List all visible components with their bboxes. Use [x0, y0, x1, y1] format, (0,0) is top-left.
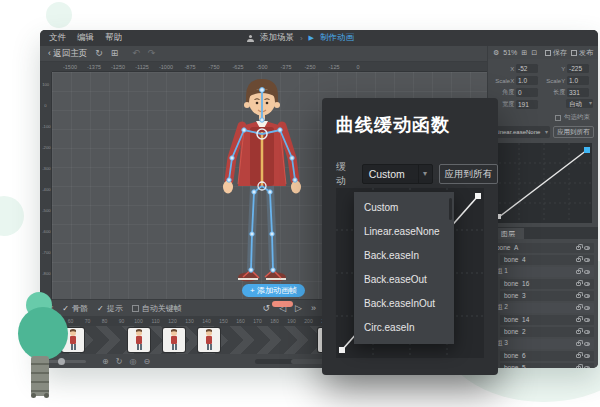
apply-all-button[interactable]: 应用到所有 — [553, 126, 594, 138]
eye-icon[interactable] — [584, 270, 590, 274]
lock-icon[interactable] — [576, 366, 581, 368]
frame-number: 160 — [234, 317, 246, 324]
undo-icon[interactable]: ↶ — [132, 49, 140, 58]
duplicate-icon[interactable]: ⊞ — [521, 49, 527, 57]
duplicate-icon[interactable]: ⊞ — [111, 49, 119, 58]
back-home-button[interactable]: ‹ 返回主页 — [48, 48, 87, 60]
lock-icon[interactable] — [576, 246, 581, 250]
eye-icon[interactable] — [584, 246, 590, 250]
lock-icon[interactable] — [576, 258, 581, 262]
easing-option[interactable]: Back.easeIn — [354, 244, 454, 268]
easing-option[interactable]: Custom — [354, 196, 454, 220]
add-scene-button[interactable]: 添加场景 — [260, 32, 294, 44]
easing-select-row: 缓动 Custom ▾ 应用到所有 — [336, 160, 498, 188]
publish-button[interactable]: 发布 — [571, 48, 593, 58]
ruler-label: -1250 — [109, 63, 128, 70]
replay-icon[interactable]: ↺ — [263, 304, 271, 313]
eye-icon[interactable] — [584, 306, 590, 310]
layer-row[interactable]: bone_14 — [500, 315, 594, 326]
timeline-scroll-thumb[interactable] — [272, 301, 293, 307]
frame-number: 80 — [98, 317, 110, 324]
layer-row[interactable]: 组 2 — [492, 303, 594, 314]
layer-row[interactable]: bone_2 — [500, 327, 594, 338]
character-rig[interactable] — [202, 74, 322, 296]
field-input[interactable]: 191 — [516, 100, 538, 109]
eye-icon[interactable] — [584, 330, 590, 334]
add-frame-button[interactable]: + 添加动画帧 — [242, 284, 305, 297]
make-animation-button[interactable]: 制作动画 — [320, 32, 354, 44]
keyframe-thumb[interactable] — [163, 328, 185, 352]
lock-icon[interactable] — [576, 282, 581, 286]
layer-row[interactable]: bone_A — [492, 243, 594, 254]
add-icon[interactable]: ⊕ — [102, 358, 109, 366]
field-label: X — [494, 65, 516, 71]
eye-icon[interactable] — [584, 318, 590, 322]
lock-icon[interactable] — [576, 306, 581, 310]
menu-item[interactable]: 帮助 — [105, 32, 122, 44]
field-input[interactable]: 331 — [567, 88, 589, 97]
frame-number: 140 — [200, 317, 212, 324]
remove-icon[interactable]: ⊖ — [143, 358, 150, 366]
auto-dropdown[interactable]: 自动 ▾ — [566, 99, 593, 108]
layer-row[interactable]: bone_6 — [500, 351, 594, 362]
easing-option[interactable]: Linear.easeNone — [354, 220, 454, 244]
lock-icon[interactable] — [576, 294, 581, 298]
eye-icon[interactable] — [584, 342, 590, 346]
layer-row[interactable]: bone_3 — [500, 291, 594, 302]
menu-item[interactable]: 编辑 — [77, 32, 94, 44]
keyframe-thumb[interactable] — [198, 328, 220, 352]
refresh-icon[interactable]: ↻ — [95, 49, 103, 58]
lock-icon[interactable] — [576, 342, 581, 346]
field-input[interactable]: 0 — [516, 88, 538, 97]
layer-row[interactable]: bone_5 — [500, 363, 594, 369]
ruler-label: -875 — [181, 63, 200, 70]
eye-icon[interactable] — [584, 282, 590, 286]
ruler-label: -100 — [42, 124, 49, 137]
fit-icon[interactable]: ⊡ — [531, 49, 537, 57]
lock-icon[interactable] — [576, 354, 581, 358]
layer-row[interactable]: 组 1 — [492, 267, 594, 278]
lock-icon[interactable] — [576, 318, 581, 322]
field-input[interactable]: -225 — [567, 64, 589, 73]
save-button[interactable]: 保存 — [545, 48, 567, 58]
easing-option[interactable]: Back.easeInOut — [354, 292, 454, 316]
app-window: 文件编辑帮助 添加场景 › ▶ 制作动画 ‹ 返回主页 ↻ ⊞ ↶ ↷ -150… — [40, 30, 598, 368]
apply-all-button[interactable]: 应用到所有 — [439, 164, 499, 184]
lock-icon[interactable] — [576, 330, 581, 334]
lock-icon[interactable] — [576, 270, 581, 274]
eye-icon[interactable] — [584, 258, 590, 262]
redo-icon[interactable]: ↷ — [148, 49, 156, 58]
zoom-level[interactable]: 51% — [503, 49, 517, 56]
ruler-corner — [40, 62, 52, 72]
publish-icon — [571, 50, 577, 56]
timeline-toggle[interactable]: 提示 — [97, 303, 123, 314]
constraint-checkbox[interactable] — [555, 115, 561, 121]
list-scrollbar-thumb[interactable] — [449, 198, 452, 220]
layer-row[interactable]: 组 3 — [492, 339, 594, 350]
ruler-label: -800 — [42, 271, 49, 284]
eye-icon[interactable] — [584, 354, 590, 358]
play-icon[interactable]: ▷ — [295, 304, 302, 313]
curve-preview[interactable] — [494, 143, 592, 223]
field-input[interactable]: -52 — [516, 64, 538, 73]
chevron-down-icon: ▾ — [545, 126, 548, 138]
easing-option[interactable]: Back.easeOut — [354, 268, 454, 292]
field-input[interactable]: 1.0 — [567, 76, 589, 85]
keyframe-thumb[interactable] — [128, 328, 150, 352]
next-frame-icon[interactable]: » — [311, 304, 316, 313]
record-icon[interactable]: ◎ — [129, 358, 136, 366]
timeline-toggle[interactable]: 自动关键帧 — [132, 303, 182, 314]
eye-icon[interactable] — [584, 294, 590, 298]
easing-option[interactable]: Circ.easeIn — [354, 316, 454, 340]
frame-number: 110 — [149, 317, 161, 324]
layer-row[interactable]: bone_16 — [500, 279, 594, 290]
layer-row[interactable]: bone_4 — [500, 255, 594, 266]
easing-dropdown[interactable]: Custom ▾ — [362, 164, 433, 184]
loop-icon[interactable]: ↻ — [116, 358, 123, 366]
easing-dropdown[interactable]: Linear.easeNone ▾ — [492, 126, 550, 138]
gear-icon[interactable]: ⚙ — [493, 49, 499, 57]
menu-item[interactable]: 文件 — [49, 32, 66, 44]
eye-icon[interactable] — [584, 366, 590, 368]
properties-panel: ⚙ 51% ⊞ ⊡ 保存 发布 自动 ▾ X -52 — [487, 46, 598, 368]
field-input[interactable]: 1.0 — [516, 76, 538, 85]
